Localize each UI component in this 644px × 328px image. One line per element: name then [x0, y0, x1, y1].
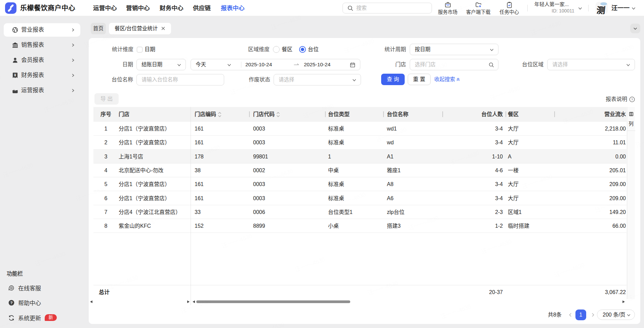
- svg-text:?: ?: [10, 300, 12, 305]
- svg-text:?: ?: [631, 98, 633, 101]
- svg-text:¥: ¥: [14, 73, 16, 77]
